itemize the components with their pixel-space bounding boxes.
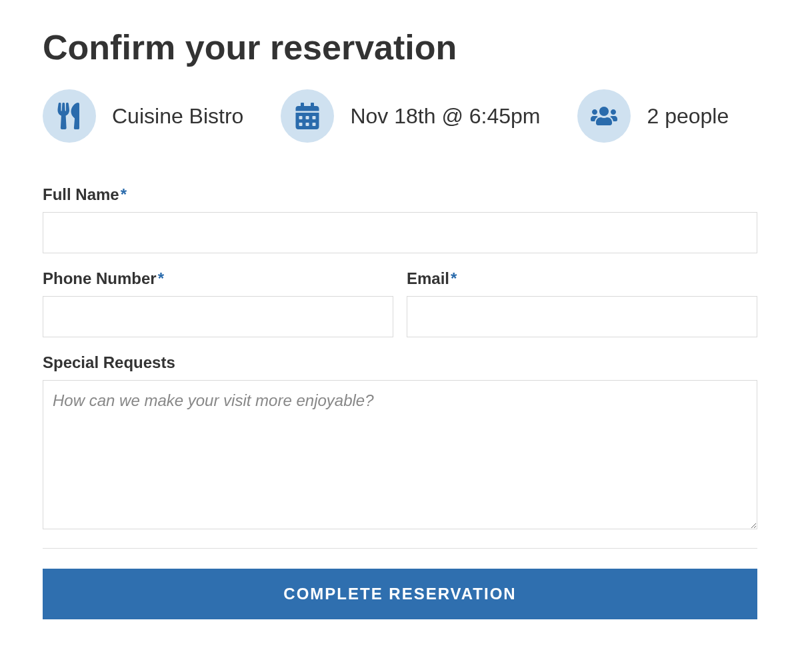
summary-restaurant: Cuisine Bistro xyxy=(43,89,243,143)
phone-field-group: Phone Number* xyxy=(43,269,393,337)
special-requests-textarea[interactable] xyxy=(43,380,757,529)
special-requests-label: Special Requests xyxy=(43,353,757,372)
phone-input[interactable] xyxy=(43,296,393,337)
email-label: Email* xyxy=(407,269,757,288)
reservation-summary: Cuisine Bistro Nov 18th @ 6:45pm 2 peopl… xyxy=(43,89,757,143)
required-asterisk: * xyxy=(158,269,164,287)
phone-label-text: Phone Number xyxy=(43,269,157,287)
full-name-label: Full Name* xyxy=(43,185,757,204)
required-asterisk: * xyxy=(451,269,457,287)
summary-restaurant-text: Cuisine Bistro xyxy=(112,104,243,129)
summary-datetime: Nov 18th @ 6:45pm xyxy=(281,89,540,143)
people-icon xyxy=(577,89,631,143)
complete-reservation-button[interactable]: COMPLETE RESERVATION xyxy=(43,569,757,619)
calendar-icon xyxy=(281,89,334,143)
divider xyxy=(43,548,757,549)
summary-party-text: 2 people xyxy=(647,104,729,129)
email-input[interactable] xyxy=(407,296,757,337)
summary-party: 2 people xyxy=(577,89,729,143)
full-name-input[interactable] xyxy=(43,212,757,253)
utensils-icon xyxy=(43,89,96,143)
phone-label: Phone Number* xyxy=(43,269,393,288)
full-name-field-group: Full Name* xyxy=(43,185,757,253)
summary-datetime-text: Nov 18th @ 6:45pm xyxy=(350,104,540,129)
special-requests-field-group: Special Requests xyxy=(43,353,757,529)
email-field-group: Email* xyxy=(407,269,757,337)
email-label-text: Email xyxy=(407,269,449,287)
full-name-label-text: Full Name xyxy=(43,185,119,203)
special-requests-label-text: Special Requests xyxy=(43,353,175,371)
page-title: Confirm your reservation xyxy=(43,27,757,68)
required-asterisk: * xyxy=(121,185,127,203)
